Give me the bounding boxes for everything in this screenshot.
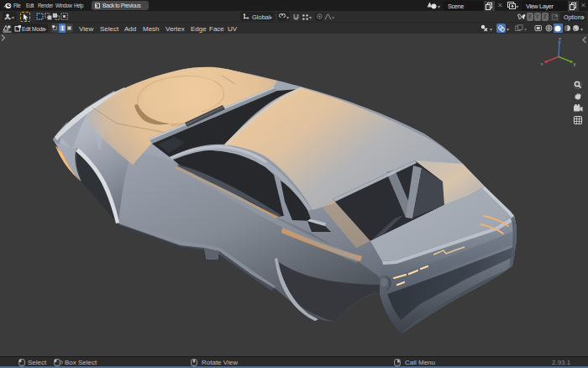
- svg-text:x: x: [541, 61, 543, 66]
- svg-text:z: z: [559, 36, 561, 41]
- svg-text:y: y: [574, 61, 576, 66]
